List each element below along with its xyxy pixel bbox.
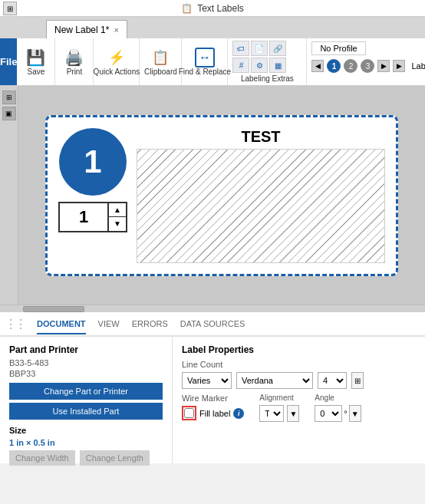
extras-icon-1[interactable]: 🏷 <box>232 41 249 56</box>
labeling-extras-group: 🏷 📄 🔗 # ⚙ ▦ Labeling Extras <box>228 38 307 85</box>
extras-icon-6[interactable]: ▦ <box>269 58 286 73</box>
angle-select[interactable]: 0 <box>315 405 342 422</box>
info-icon[interactable]: i <box>233 408 244 419</box>
counter-up-button[interactable]: ▲ <box>109 203 126 217</box>
angle-label: Angle <box>315 394 361 402</box>
bottom-panel: ⋮⋮ DOCUMENT VIEW ERRORS DATA SOURCES Par… <box>0 312 425 463</box>
extras-icon-2[interactable]: 📄 <box>251 41 268 56</box>
printer-name: BBP33 <box>9 369 163 378</box>
counter-box: 1 ▲ ▼ <box>58 202 127 232</box>
canvas-area: ⊞ ▣ 1 1 ▲ ▼ TEST <box>0 86 425 305</box>
clipboard-label: Clipboard <box>144 68 177 76</box>
extras-icon-5[interactable]: ⚙ <box>251 58 268 73</box>
quick-actions-label: Quick Actions <box>94 68 140 76</box>
use-installed-part-button[interactable]: Use Installed Part <box>9 403 163 420</box>
tab-close-button[interactable]: × <box>114 25 118 35</box>
print-group: 🖨️ Print <box>55 38 94 85</box>
tab-data-sources[interactable]: DATA SOURCES <box>180 315 245 333</box>
angle-section: Angle 0 ° ▼ <box>315 394 361 422</box>
size-section: Size 1 in × 0.5 in Change Width Change L… <box>9 426 163 466</box>
size-value: 1 in × 0.5 in <box>9 438 163 447</box>
step-1-button[interactable]: 1 <box>327 59 341 73</box>
wire-marker-section: Wire Marker Fill label i <box>182 394 244 420</box>
tab-document[interactable]: DOCUMENT <box>37 315 86 334</box>
props-panel: Label Properties Line Count Varies Verda… <box>173 337 425 463</box>
font-size-select[interactable]: 4 <box>318 372 347 389</box>
step-3-button[interactable]: 3 <box>361 59 374 73</box>
save-button[interactable]: 💾 Save <box>23 46 49 77</box>
fill-label-checkbox[interactable] <box>184 408 194 418</box>
label-preview: 1 1 ▲ ▼ TEST <box>45 115 398 276</box>
find-replace-group: ↔ Find & Replace <box>182 38 228 85</box>
angle-expand-button[interactable]: ▼ <box>349 405 361 422</box>
clipboard-icon: 📋 <box>150 48 170 68</box>
print-icon: 🖨️ <box>64 48 84 68</box>
wire-marker-label: Wire Marker <box>182 394 244 403</box>
step-2-button[interactable]: 2 <box>344 59 357 73</box>
save-icon: 💾 <box>26 48 46 68</box>
alignment-section: Alignment T ▼ <box>259 394 299 422</box>
quick-actions-button[interactable]: ⚡ Quick Actions <box>91 46 143 77</box>
hatched-area <box>137 149 385 263</box>
next-arrow-button[interactable]: ▶ <box>377 60 390 72</box>
part-printer-title: Part and Printer <box>9 344 163 355</box>
size-label-text: Size <box>9 426 163 435</box>
line-count-label: Line Count <box>182 360 416 369</box>
print-label: Print <box>67 68 83 76</box>
fill-label-checkbox-wrapper <box>182 406 196 420</box>
app-icon: 📋 <box>181 3 193 14</box>
find-replace-button[interactable]: ↔ Find & Replace <box>176 46 234 77</box>
font-select[interactable]: Verdana <box>236 372 313 389</box>
expand-font-button[interactable]: ⊞ <box>351 372 364 389</box>
quick-actions-group: ⚡ Quick Actions <box>94 38 140 85</box>
canvas-left-bar: ⊞ ▣ <box>0 86 18 305</box>
circle-badge: 1 <box>59 128 127 196</box>
change-part-button[interactable]: Change Part or Printer <box>9 383 163 400</box>
tab-label: New Label 1* <box>54 25 109 35</box>
fill-label-text: Fill label <box>199 409 230 418</box>
title-bar-text: Text Labels <box>197 3 244 14</box>
tab-view[interactable]: VIEW <box>98 315 120 333</box>
window-icon: ⊞ <box>3 2 17 15</box>
label-text: Label: <box>411 61 425 71</box>
canvas-tool-2[interactable]: ▣ <box>2 107 16 120</box>
label-title-text: TEST <box>137 128 385 146</box>
play-button[interactable]: ▶ <box>393 60 405 72</box>
counter-down-button[interactable]: ▼ <box>109 217 126 231</box>
alignment-select[interactable]: T <box>259 405 284 422</box>
save-group: 💾 Save <box>17 38 55 85</box>
document-tab[interactable]: New Label 1* × <box>46 20 127 38</box>
prev-arrow-button[interactable]: ◀ <box>311 60 324 72</box>
file-button[interactable]: File <box>0 38 17 85</box>
find-replace-label: Find & Replace <box>179 68 231 76</box>
find-replace-icon: ↔ <box>195 48 215 68</box>
tab-errors[interactable]: ERRORS <box>132 315 168 333</box>
save-label: Save <box>28 68 45 76</box>
canvas-tool-1[interactable]: ⊞ <box>2 91 16 104</box>
extras-icon-4[interactable]: # <box>232 58 249 73</box>
alignment-label: Alignment <box>259 394 299 402</box>
canvas-scrollbar[interactable] <box>0 305 425 312</box>
props-title: Label Properties <box>182 344 416 355</box>
line-count-select[interactable]: Varies <box>182 372 232 389</box>
change-width-button[interactable]: Change Width <box>9 450 75 466</box>
angle-suffix: ° <box>344 409 347 418</box>
scroll-thumb[interactable] <box>23 306 84 312</box>
change-length-button[interactable]: Change Length <box>80 450 150 466</box>
part-number: B33-5-483 <box>9 358 163 367</box>
labeling-extras-label: Labeling Extras <box>241 74 294 83</box>
doc-panel: Part and Printer B33-5-483 BBP33 Change … <box>0 337 173 463</box>
print-button[interactable]: 🖨️ Print <box>61 46 87 77</box>
right-ribbon: No Profile ◀ 1 2 3 ▶ ▶ Label: ↻ <box>307 38 425 85</box>
no-profile-button[interactable]: No Profile <box>311 41 365 55</box>
counter-value: 1 <box>60 203 107 231</box>
drag-handle: ⋮⋮ <box>5 317 25 331</box>
clipboard-button[interactable]: 📋 Clipboard <box>141 46 180 77</box>
extras-icon-3[interactable]: 🔗 <box>269 41 286 56</box>
quick-actions-icon: ⚡ <box>107 48 127 68</box>
alignment-expand-button[interactable]: ▼ <box>287 405 299 422</box>
